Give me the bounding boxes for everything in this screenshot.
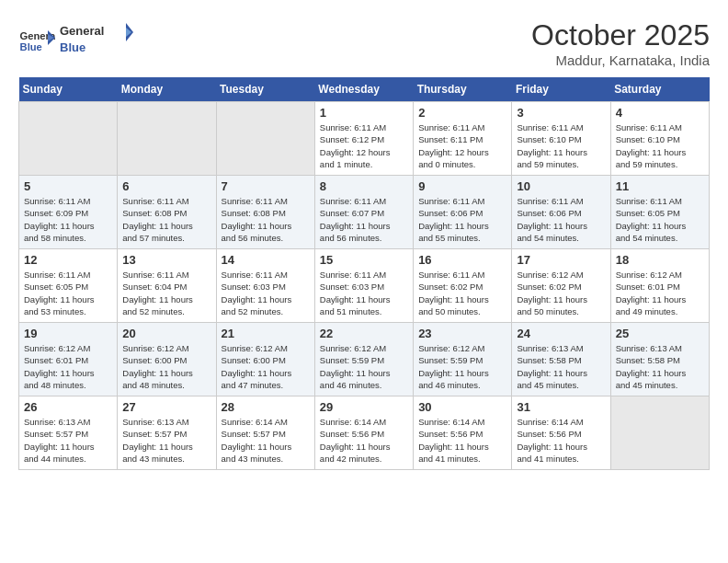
day-number: 29 (320, 400, 408, 414)
calendar-cell: 24Sunrise: 6:13 AM Sunset: 5:58 PM Dayli… (512, 323, 610, 396)
calendar-cell: 31Sunrise: 6:14 AM Sunset: 5:56 PM Dayli… (512, 396, 610, 470)
day-info: Sunrise: 6:11 AM Sunset: 6:05 PM Dayligh… (616, 195, 704, 244)
day-number: 24 (517, 327, 605, 340)
logo-icon: General Blue (18, 23, 55, 60)
day-number: 6 (122, 179, 210, 193)
location: Maddur, Karnataka, India (531, 52, 710, 68)
calendar-cell: 21Sunrise: 6:12 AM Sunset: 6:00 PM Dayli… (216, 323, 314, 396)
day-number: 14 (222, 253, 310, 267)
calendar-cell: 20Sunrise: 6:12 AM Sunset: 6:00 PM Dayli… (118, 323, 216, 396)
day-number: 25 (616, 327, 704, 340)
weekday-header-monday: Monday (118, 77, 216, 102)
calendar-week-1: 1Sunrise: 6:11 AM Sunset: 6:12 PM Daylig… (19, 102, 710, 176)
title-section: October 2025 Maddur, Karnataka, India (531, 18, 710, 68)
day-info: Sunrise: 6:11 AM Sunset: 6:04 PM Dayligh… (122, 269, 210, 317)
calendar-cell: 9Sunrise: 6:11 AM Sunset: 6:06 PM Daylig… (414, 176, 512, 249)
month-title: October 2025 (531, 18, 710, 52)
calendar-cell: 19Sunrise: 6:12 AM Sunset: 6:01 PM Dayli… (19, 323, 118, 396)
svg-text:Blue: Blue (20, 42, 42, 53)
day-info: Sunrise: 6:11 AM Sunset: 6:08 PM Dayligh… (122, 195, 210, 244)
logo: General Blue General Blue (18, 18, 133, 65)
calendar-week-2: 5Sunrise: 6:11 AM Sunset: 6:09 PM Daylig… (19, 176, 710, 249)
calendar-cell: 28Sunrise: 6:14 AM Sunset: 5:57 PM Dayli… (216, 396, 314, 470)
calendar-cell: 1Sunrise: 6:11 AM Sunset: 6:12 PM Daylig… (314, 102, 413, 176)
day-number: 3 (517, 106, 605, 120)
day-number: 19 (24, 327, 112, 340)
day-info: Sunrise: 6:11 AM Sunset: 6:10 PM Dayligh… (517, 121, 605, 170)
calendar-cell: 30Sunrise: 6:14 AM Sunset: 5:56 PM Dayli… (414, 396, 512, 470)
calendar-cell: 6Sunrise: 6:11 AM Sunset: 6:08 PM Daylig… (118, 176, 216, 249)
calendar-cell: 15Sunrise: 6:11 AM Sunset: 6:03 PM Dayli… (314, 249, 413, 323)
day-number: 4 (616, 106, 704, 120)
calendar-cell: 22Sunrise: 6:12 AM Sunset: 5:59 PM Dayli… (314, 323, 413, 396)
day-info: Sunrise: 6:11 AM Sunset: 6:09 PM Dayligh… (24, 195, 112, 244)
day-info: Sunrise: 6:12 AM Sunset: 6:00 PM Dayligh… (222, 342, 310, 391)
calendar-cell (118, 102, 216, 176)
calendar-cell: 2Sunrise: 6:11 AM Sunset: 6:11 PM Daylig… (414, 102, 512, 176)
day-info: Sunrise: 6:11 AM Sunset: 6:02 PM Dayligh… (418, 269, 506, 317)
weekday-header-wednesday: Wednesday (314, 77, 413, 102)
day-info: Sunrise: 6:11 AM Sunset: 6:10 PM Dayligh… (616, 121, 704, 170)
day-number: 12 (24, 253, 112, 267)
calendar-cell: 8Sunrise: 6:11 AM Sunset: 6:07 PM Daylig… (314, 176, 413, 249)
day-number: 27 (122, 400, 210, 414)
day-info: Sunrise: 6:12 AM Sunset: 5:59 PM Dayligh… (320, 342, 408, 391)
calendar-cell: 26Sunrise: 6:13 AM Sunset: 5:57 PM Dayli… (19, 396, 118, 470)
calendar-cell: 11Sunrise: 6:11 AM Sunset: 6:05 PM Dayli… (610, 176, 709, 249)
calendar-cell: 5Sunrise: 6:11 AM Sunset: 6:09 PM Daylig… (19, 176, 118, 249)
day-number: 22 (320, 327, 408, 340)
calendar-cell: 10Sunrise: 6:11 AM Sunset: 6:06 PM Dayli… (512, 176, 610, 249)
weekday-header-tuesday: Tuesday (216, 77, 314, 102)
day-number: 13 (122, 253, 210, 267)
day-number: 7 (222, 179, 310, 193)
day-info: Sunrise: 6:13 AM Sunset: 5:57 PM Dayligh… (122, 416, 210, 465)
calendar-cell (216, 102, 314, 176)
day-number: 11 (616, 179, 704, 193)
svg-text:General: General (60, 24, 104, 38)
day-info: Sunrise: 6:11 AM Sunset: 6:11 PM Dayligh… (418, 121, 506, 170)
page-header: General Blue General Blue October 2025 M… (18, 18, 710, 68)
day-info: Sunrise: 6:14 AM Sunset: 5:56 PM Dayligh… (517, 416, 605, 465)
calendar-cell: 18Sunrise: 6:12 AM Sunset: 6:01 PM Dayli… (610, 249, 709, 323)
day-number: 28 (222, 400, 310, 414)
calendar-cell (19, 102, 118, 176)
svg-text:Blue: Blue (60, 40, 85, 54)
day-number: 31 (517, 400, 605, 414)
calendar-cell: 16Sunrise: 6:11 AM Sunset: 6:02 PM Dayli… (414, 249, 512, 323)
logo-text: General Blue (60, 18, 133, 65)
calendar-cell: 23Sunrise: 6:12 AM Sunset: 5:59 PM Dayli… (414, 323, 512, 396)
calendar-cell (610, 396, 709, 470)
day-number: 26 (24, 400, 112, 414)
calendar-cell: 25Sunrise: 6:13 AM Sunset: 5:58 PM Dayli… (610, 323, 709, 396)
day-number: 1 (320, 106, 408, 120)
day-number: 2 (418, 106, 506, 120)
day-number: 15 (320, 253, 408, 267)
calendar-week-5: 26Sunrise: 6:13 AM Sunset: 5:57 PM Dayli… (19, 396, 710, 470)
calendar-table: SundayMondayTuesdayWednesdayThursdayFrid… (18, 77, 710, 470)
day-info: Sunrise: 6:11 AM Sunset: 6:08 PM Dayligh… (222, 195, 310, 244)
day-info: Sunrise: 6:12 AM Sunset: 6:01 PM Dayligh… (24, 342, 112, 391)
day-info: Sunrise: 6:11 AM Sunset: 6:12 PM Dayligh… (320, 121, 408, 170)
weekday-header-thursday: Thursday (414, 77, 512, 102)
day-info: Sunrise: 6:13 AM Sunset: 5:57 PM Dayligh… (24, 416, 112, 465)
day-info: Sunrise: 6:11 AM Sunset: 6:07 PM Dayligh… (320, 195, 408, 244)
calendar-week-3: 12Sunrise: 6:11 AM Sunset: 6:05 PM Dayli… (19, 249, 710, 323)
day-number: 10 (517, 179, 605, 193)
day-info: Sunrise: 6:11 AM Sunset: 6:05 PM Dayligh… (24, 269, 112, 317)
calendar-cell: 4Sunrise: 6:11 AM Sunset: 6:10 PM Daylig… (610, 102, 709, 176)
weekday-header-saturday: Saturday (610, 77, 709, 102)
calendar-week-4: 19Sunrise: 6:12 AM Sunset: 6:01 PM Dayli… (19, 323, 710, 396)
day-number: 16 (418, 253, 506, 267)
calendar-cell: 17Sunrise: 6:12 AM Sunset: 6:02 PM Dayli… (512, 249, 610, 323)
day-number: 5 (24, 179, 112, 193)
day-info: Sunrise: 6:11 AM Sunset: 6:06 PM Dayligh… (418, 195, 506, 244)
day-info: Sunrise: 6:13 AM Sunset: 5:58 PM Dayligh… (616, 342, 704, 391)
day-number: 23 (418, 327, 506, 340)
day-info: Sunrise: 6:14 AM Sunset: 5:56 PM Dayligh… (418, 416, 506, 465)
calendar-cell: 12Sunrise: 6:11 AM Sunset: 6:05 PM Dayli… (19, 249, 118, 323)
day-number: 30 (418, 400, 506, 414)
day-info: Sunrise: 6:11 AM Sunset: 6:03 PM Dayligh… (320, 269, 408, 317)
calendar-cell: 29Sunrise: 6:14 AM Sunset: 5:56 PM Dayli… (314, 396, 413, 470)
day-info: Sunrise: 6:12 AM Sunset: 6:02 PM Dayligh… (517, 269, 605, 317)
day-info: Sunrise: 6:12 AM Sunset: 5:59 PM Dayligh… (418, 342, 506, 391)
